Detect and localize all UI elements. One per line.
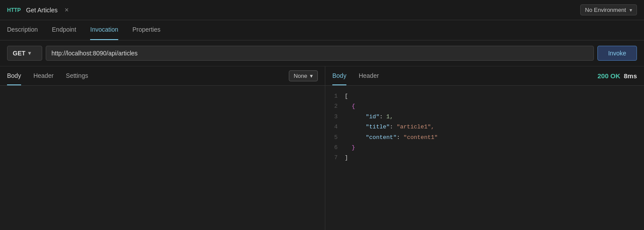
url-bar: GET ▾ Invoke [0,40,644,66]
method-chevron-icon: ▾ [28,50,31,56]
main-tab-nav: Description Endpoint Invocation Properti… [0,20,644,40]
tab-endpoint[interactable]: Endpoint [52,20,76,40]
right-tab-body[interactable]: Body [332,66,346,85]
json-line-3: 3 "id" : 1, [329,112,644,122]
http-badge: HTTP [7,7,21,13]
close-tab-button[interactable]: × [65,7,69,14]
right-tab-header[interactable]: Header [359,66,379,85]
body-dropdown-chevron-icon: ▾ [310,73,313,79]
json-line-5: 5 "content" : "content1" [329,132,644,142]
environment-selector[interactable]: No Environment ▾ [580,4,637,15]
method-label: GET [13,50,25,57]
left-tab-settings[interactable]: Settings [66,66,88,85]
json-line-7: 7 ] [329,153,644,163]
left-tab-nav: Body Header Settings None ▾ [0,66,325,86]
left-panel: Body Header Settings None ▾ [0,66,325,230]
env-chevron-icon: ▾ [629,7,632,13]
body-type-label: None [294,73,307,79]
line-number: 3 [329,112,345,122]
json-response-area: 1 [ 2 { 3 "id" : 1, 4 "title" : "article… [325,86,644,230]
url-input[interactable] [46,46,594,61]
right-tab-nav: Body Header 200 OK 8ms [325,66,644,86]
body-type-dropdown[interactable]: None ▾ [289,70,318,81]
left-tab-header[interactable]: Header [33,66,54,85]
line-number: 1 [329,91,345,101]
status-area: 200 OK 8ms [597,72,637,80]
top-bar: HTTP Get Articles × No Environment ▾ [0,0,644,20]
tab-area: HTTP Get Articles × [7,7,69,14]
invoke-button[interactable]: Invoke [597,46,637,61]
json-line-4: 4 "title" : "article1", [329,122,644,132]
tab-title: Get Articles [26,7,58,14]
line-number: 7 [329,153,345,163]
line-number: 5 [329,132,345,142]
env-selector-label: No Environment [585,7,626,13]
line-number: 6 [329,142,345,153]
left-body-area [0,86,325,230]
json-line-2: 2 { [329,101,644,111]
tab-properties[interactable]: Properties [132,20,160,40]
left-tab-body[interactable]: Body [7,66,21,85]
main-content: Body Header Settings None ▾ Body Header [0,66,644,230]
response-time: 8ms [624,72,637,80]
tab-description[interactable]: Description [7,20,38,40]
json-line-6: 6 } [329,142,644,153]
right-panel: Body Header 200 OK 8ms 1 [ 2 { 3 "id" : [325,66,644,230]
method-selector[interactable]: GET ▾ [7,46,42,61]
line-number: 4 [329,122,345,132]
tab-invocation[interactable]: Invocation [90,20,118,40]
json-line-1: 1 [ [329,91,644,101]
line-number: 2 [329,101,345,111]
status-badge: 200 OK [597,72,620,80]
